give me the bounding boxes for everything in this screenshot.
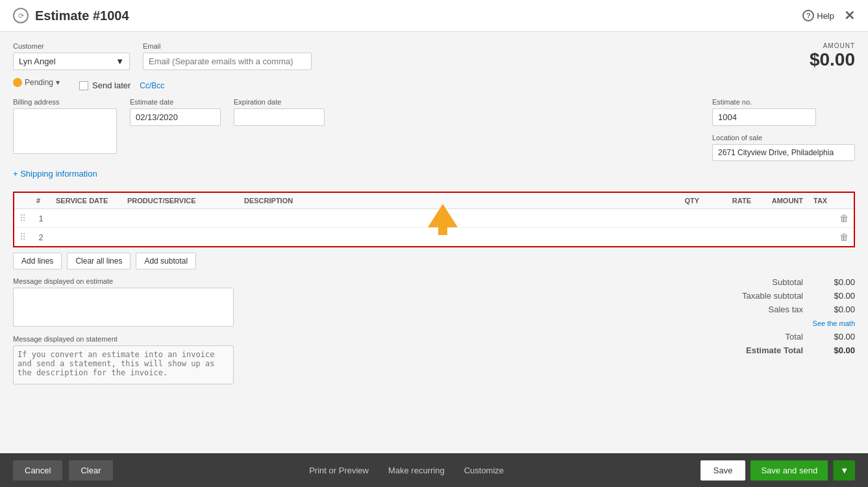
amount-label: AMOUNT	[810, 42, 855, 49]
estimate-date-input[interactable]	[130, 108, 221, 126]
row-qty[interactable]	[652, 209, 704, 228]
cancel-button[interactable]: Cancel	[13, 460, 62, 481]
customer-field-group: Customer Lyn Angel ▼	[13, 42, 130, 70]
close-button[interactable]: ✕	[844, 8, 855, 23]
estimate-no-label: Estimate no.	[712, 98, 855, 106]
row-drag-handle[interactable]: ⠿	[14, 228, 31, 247]
delete-row-icon[interactable]: 🗑	[839, 213, 849, 223]
row-service-date[interactable]	[51, 228, 122, 247]
row-service-date[interactable]	[51, 209, 122, 228]
send-later-row: Send later Cc/Bcc	[79, 81, 164, 90]
estimate-message-textarea[interactable]	[13, 288, 234, 327]
service-date-input[interactable]	[56, 214, 117, 223]
footer-center: Print or Preview Make recurring Customiz…	[119, 466, 694, 475]
clock-icon: ⟳	[13, 8, 29, 23]
col-delete	[834, 192, 854, 209]
add-lines-button[interactable]: Add lines	[13, 253, 62, 269]
rate-input[interactable]	[710, 214, 751, 223]
customer-dropdown-icon: ▼	[116, 56, 124, 66]
amount-display: AMOUNT $0.00	[810, 42, 855, 70]
row-number: 1	[31, 209, 51, 228]
footer-right: Save Save and send ▼	[701, 460, 855, 481]
delete-row-icon-2[interactable]: 🗑	[839, 232, 849, 242]
row-qty[interactable]	[652, 228, 704, 247]
taxable-subtotal-label: Taxable subtotal	[742, 291, 803, 301]
send-later-checkbox[interactable]	[79, 81, 88, 90]
row-description[interactable]	[239, 209, 652, 228]
col-tax: TAX	[808, 192, 834, 209]
col-product-service: PRODUCT/SERVICE	[122, 192, 239, 209]
row-number: 2	[31, 228, 51, 247]
row-tax[interactable]	[808, 228, 834, 247]
email-label: Email	[143, 42, 312, 50]
svg-marker-0	[428, 204, 458, 227]
col-amount: AMOUNT	[756, 192, 808, 209]
qty-input[interactable]	[658, 214, 699, 223]
col-rate: RATE	[704, 192, 756, 209]
billing-dates-row: Billing address Estimate date Expiration…	[13, 98, 855, 161]
amount-input[interactable]	[762, 214, 803, 223]
row-rate[interactable]	[704, 209, 756, 228]
table-actions: Add lines Clear all lines Add subtotal	[13, 253, 855, 269]
taxable-subtotal-row: Taxable subtotal $0.00	[247, 291, 855, 301]
print-preview-button[interactable]: Print or Preview	[309, 466, 369, 475]
svg-rect-1	[438, 227, 447, 235]
row-delete[interactable]: 🗑	[834, 228, 854, 247]
row-tax[interactable]	[808, 209, 834, 228]
row-amount[interactable]	[756, 209, 808, 228]
statement-message-textarea[interactable]	[13, 345, 234, 384]
save-button[interactable]: Save	[701, 460, 746, 481]
row-amount[interactable]	[756, 228, 808, 247]
estimate-no-input[interactable]	[712, 108, 816, 126]
footer: Cancel Clear Print or Preview Make recur…	[0, 453, 868, 487]
clear-button[interactable]: Clear	[69, 460, 112, 481]
product-service-input[interactable]	[127, 214, 234, 223]
subtotal-label: Subtotal	[772, 277, 803, 287]
clear-all-lines-button[interactable]: Clear all lines	[67, 253, 130, 269]
billing-address-label: Billing address	[13, 98, 117, 106]
make-recurring-button[interactable]: Make recurring	[388, 466, 445, 475]
top-bar: ⟳ Estimate #1004 ? Help ✕	[0, 0, 868, 32]
help-button[interactable]: ? Help	[802, 10, 834, 21]
amount-value: $0.00	[810, 49, 855, 70]
save-and-send-button[interactable]: Save and send	[750, 460, 828, 481]
help-label: Help	[817, 11, 834, 21]
row-product-service[interactable]	[122, 209, 239, 228]
status-badge[interactable]: Pending ▾	[13, 78, 60, 87]
help-circle-icon: ?	[802, 10, 814, 21]
row-drag-handle[interactable]: ⠿	[14, 209, 31, 228]
customize-button[interactable]: Customize	[464, 466, 504, 475]
line-items-table: # SERVICE DATE PRODUCT/SERVICE DESCRIPTI…	[13, 192, 855, 247]
location-label: Location of sale	[712, 134, 855, 142]
drag-icon: ⠿	[19, 213, 26, 223]
customer-email-row: Customer Lyn Angel ▼ Email AMOUNT $0.00	[13, 42, 855, 70]
estimate-date-group: Estimate date	[130, 98, 221, 126]
row-delete[interactable]: 🗑	[834, 209, 854, 228]
total-value: $0.00	[816, 332, 855, 342]
cc-bcc-link[interactable]: Cc/Bcc	[140, 81, 164, 90]
taxable-subtotal-value: $0.00	[816, 291, 855, 301]
billing-address-box[interactable]	[13, 108, 117, 154]
right-fields: Estimate no. Location of sale	[712, 98, 855, 161]
expiration-date-input[interactable]	[234, 108, 325, 126]
total-row: Total $0.00	[247, 332, 855, 342]
product-service-input-2[interactable]	[127, 232, 234, 242]
location-input[interactable]	[712, 144, 855, 161]
top-bar-right: ? Help ✕	[802, 8, 855, 23]
service-date-input-2[interactable]	[56, 232, 117, 242]
col-qty: QTY	[652, 192, 704, 209]
customer-label: Customer	[13, 42, 130, 50]
col-drag	[14, 192, 31, 209]
customer-select[interactable]: Lyn Angel ▼	[13, 53, 130, 70]
location-group: Location of sale	[712, 134, 855, 161]
row-product-service[interactable]	[122, 228, 239, 247]
sales-tax-label: Sales tax	[769, 305, 803, 314]
add-subtotal-button[interactable]: Add subtotal	[136, 253, 196, 269]
email-input[interactable]	[143, 53, 312, 70]
save-and-send-dropdown-button[interactable]: ▼	[833, 460, 855, 481]
total-label: Total	[786, 332, 803, 342]
shipping-info-link[interactable]: + Shipping information	[13, 169, 97, 179]
row-rate[interactable]	[704, 228, 756, 247]
arrow-indicator	[427, 203, 459, 237]
see-the-math-link[interactable]: See the math	[813, 319, 855, 327]
